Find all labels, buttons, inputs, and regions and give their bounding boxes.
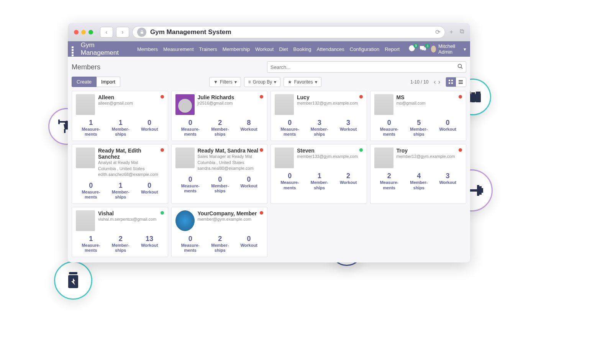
avatar [374, 94, 393, 115]
stat-label: Member-ships [112, 190, 129, 200]
stat-value: 0 [181, 235, 200, 243]
stat-value: 2 [340, 172, 357, 180]
member-card[interactable]: MSms@gmail.com0Measure-ments5Member-ship… [370, 91, 467, 141]
filters-button[interactable]: ▼ Filters ▾ [209, 77, 241, 87]
menu-item-trainers[interactable]: Trainers [199, 46, 217, 52]
svg-rect-9 [471, 92, 475, 94]
search-icon[interactable] [457, 64, 463, 71]
stat-workout[interactable]: 0Workout [141, 182, 158, 200]
list-view-button[interactable] [456, 77, 466, 87]
stat-value: 1 [82, 119, 100, 127]
new-tab-icon[interactable]: ＋ [448, 28, 454, 36]
stat-memberships[interactable]: 2Member-ships [211, 119, 229, 137]
menu-item-workout[interactable]: Workout [255, 46, 274, 52]
member-card[interactable]: Troymember12@gym.example.com2Measure-men… [370, 144, 467, 204]
stat-memberships[interactable]: 1Member-ships [112, 119, 129, 137]
member-card[interactable]: Lucymember132@gym.example.com0Measure-me… [270, 91, 367, 141]
user-name: Mitchell Admin [438, 43, 461, 55]
pager-prev[interactable]: ‹ [434, 79, 436, 85]
svg-rect-2 [58, 120, 60, 124]
stat-workout[interactable]: 3Workout [340, 119, 357, 137]
user-menu[interactable]: Mitchell Admin ▾ [431, 43, 466, 55]
stat-workout[interactable]: 2Workout [340, 172, 357, 190]
menu-item-booking[interactable]: Booking [293, 46, 311, 52]
member-name: YourCompany, Member [198, 210, 257, 216]
stat-value: 0 [240, 175, 257, 184]
stat-memberships[interactable]: 2Member-ships [112, 235, 129, 253]
member-card[interactable]: Alleenalleen@gmail.com1Measure-ments1Mem… [72, 91, 168, 141]
search-input[interactable] [270, 64, 457, 70]
activity-icon[interactable]: 9 [409, 45, 415, 53]
stat-measurements[interactable]: 0Measure-ments [280, 119, 299, 137]
search-box[interactable] [267, 61, 466, 73]
menu-item-report[interactable]: Report [385, 46, 400, 52]
member-card[interactable]: Stevenmember133@gym.example.com0Measure-… [270, 144, 367, 204]
stat-measurements[interactable]: 0Measure-ments [280, 172, 299, 190]
menu-item-diet[interactable]: Diet [279, 46, 288, 52]
stat-label: Workout [240, 184, 257, 189]
stat-value: 8 [240, 119, 257, 127]
groupby-button[interactable]: ≡ Group By ▾ [244, 77, 281, 87]
maximize-window[interactable] [89, 30, 93, 34]
import-button[interactable]: Import [97, 77, 120, 87]
menu-item-members[interactable]: Members [137, 46, 158, 52]
reload-icon[interactable]: ⟳ [435, 28, 440, 36]
forward-button[interactable]: › [116, 27, 129, 38]
stat-measurements[interactable]: 0Measure-ments [82, 182, 100, 200]
stat-workout[interactable]: 8Workout [240, 119, 257, 137]
stat-workout[interactable]: 0Workout [240, 175, 257, 193]
member-detail: sandra.neal80@example.com [198, 166, 259, 171]
menu-item-membership[interactable]: Membership [223, 46, 250, 52]
stat-value: 0 [439, 119, 456, 127]
stat-measurements[interactable]: 2Measure-ments [380, 172, 398, 190]
discuss-icon[interactable]: 3 [420, 46, 426, 52]
stat-workout[interactable]: 0Workout [240, 235, 257, 253]
stat-measurements[interactable]: 0Measure-ments [181, 175, 200, 193]
stat-label: Workout [439, 127, 456, 132]
star-icon: ★ [288, 79, 292, 85]
menu-item-attendances[interactable]: Attendances [317, 46, 344, 52]
stat-value: 3 [340, 119, 357, 127]
stat-workout[interactable]: 13Workout [141, 235, 158, 253]
menu-item-measurement[interactable]: Measurement [163, 46, 193, 52]
member-card[interactable]: Vishalvishal.m.serpentcs@gmail.com1Measu… [72, 207, 168, 257]
favorites-button[interactable]: ★ Favorites ▾ [284, 77, 321, 87]
member-card[interactable]: YourCompany, Membermember@gym.example.co… [171, 207, 268, 257]
avatar [275, 148, 294, 168]
status-indicator [359, 95, 363, 98]
stat-memberships[interactable]: 0Member-ships [211, 175, 229, 193]
stat-workout[interactable]: 0Workout [141, 119, 158, 137]
stat-measurements[interactable]: 0Measure-ments [181, 235, 200, 253]
member-detail: member132@gym.example.com [297, 100, 358, 106]
minimize-window[interactable] [81, 30, 86, 34]
apps-icon[interactable] [72, 46, 76, 52]
stat-memberships[interactable]: 4Member-ships [410, 172, 428, 190]
menu-item-configuration[interactable]: Configuration [350, 46, 379, 52]
pager-next[interactable]: › [438, 79, 440, 85]
stat-workout[interactable]: 0Workout [439, 119, 456, 137]
stat-workout[interactable]: 3Workout [439, 172, 456, 190]
stat-memberships[interactable]: 1Member-ships [112, 182, 129, 200]
member-card[interactable]: Ready Mat, Sandra NealSales Manager at R… [171, 144, 268, 204]
stat-memberships[interactable]: 3Member-ships [311, 119, 328, 137]
tabs-icon[interactable]: ⧉ [460, 28, 464, 36]
member-card[interactable]: Ready Mat, Edith SanchezAnalyst at Ready… [72, 144, 168, 204]
member-card[interactable]: Julie Richardsjr2516@gmail.com0Measure-m… [171, 91, 268, 141]
stat-label: Member-ships [410, 127, 428, 137]
back-button[interactable]: ‹ [100, 27, 113, 38]
stat-memberships[interactable]: 5Member-ships [410, 119, 428, 137]
member-name: Steven [297, 148, 358, 154]
url-bar[interactable]: Gym Management System ⟳ [132, 26, 445, 38]
create-button[interactable]: Create [72, 77, 97, 87]
close-window[interactable] [74, 30, 79, 34]
stat-memberships[interactable]: 1Member-ships [311, 172, 328, 190]
kanban-view-button[interactable] [446, 77, 456, 87]
stat-measurements[interactable]: 0Measure-ments [181, 119, 200, 137]
stat-label: Member-ships [211, 184, 229, 193]
avatar [76, 94, 95, 115]
stat-measurements[interactable]: 1Measure-ments [82, 235, 100, 253]
stat-measurements[interactable]: 1Measure-ments [82, 119, 100, 137]
stat-measurements[interactable]: 0Measure-ments [380, 119, 398, 137]
stat-value: 3 [439, 172, 456, 180]
stat-memberships[interactable]: 2Member-ships [211, 235, 229, 253]
